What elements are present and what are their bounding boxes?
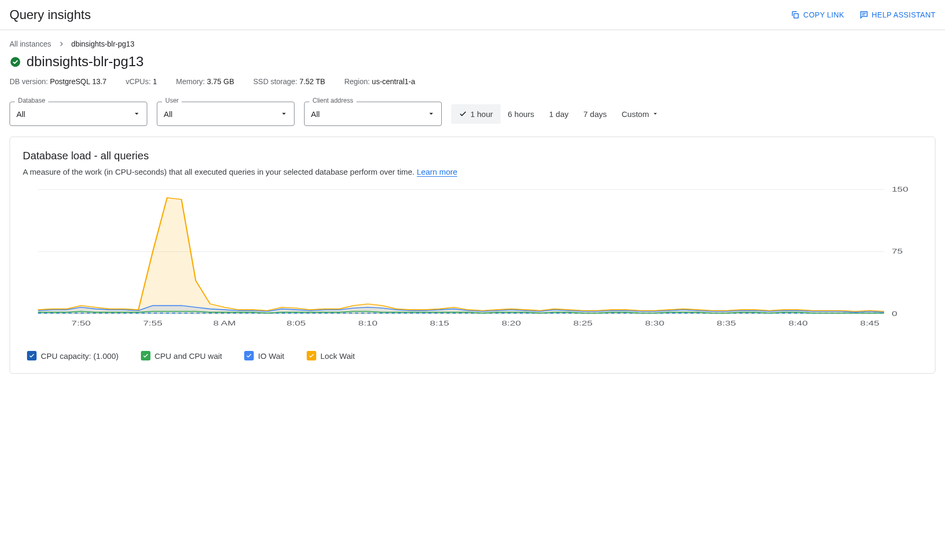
- time-range-6hours[interactable]: 6 hours: [501, 104, 542, 124]
- legend-cpu-capacity[interactable]: CPU capacity: (1.000): [27, 351, 119, 360]
- meta-region-label: Region:: [344, 77, 370, 86]
- load-card: Database load - all queries A measure of…: [10, 137, 935, 374]
- user-select-label: User: [162, 97, 182, 104]
- chevron-right-icon: [58, 40, 65, 48]
- meta-region-value: us-central1-a: [372, 77, 415, 86]
- card-description: A measure of the work (in CPU-seconds) t…: [23, 167, 922, 176]
- meta-memory-label: Memory:: [176, 77, 204, 86]
- load-chart: 0751507:507:558 AM8:058:108:158:208:258:…: [23, 187, 922, 330]
- content: All instances dbinsights-blr-pg13 dbinsi…: [0, 30, 945, 383]
- svg-text:150: 150: [891, 187, 908, 193]
- time-range-1hour[interactable]: 1 hour: [451, 104, 501, 124]
- meta-memory-value: 3.75 GB: [207, 77, 234, 86]
- client-address-select-value: All: [311, 110, 320, 119]
- svg-text:7:55: 7:55: [143, 319, 162, 327]
- meta-db-version-label: DB version:: [10, 77, 48, 86]
- svg-rect-0: [794, 14, 798, 18]
- check-icon: [142, 353, 149, 359]
- time-range-7days-label: 7 days: [583, 110, 607, 119]
- svg-text:8 AM: 8 AM: [213, 319, 236, 327]
- status-running-icon: [10, 56, 21, 68]
- time-range-group: 1 hour 6 hours 1 day 7 days Custom: [451, 104, 666, 124]
- help-assistant-label: HELP ASSISTANT: [872, 11, 935, 19]
- time-range-7days[interactable]: 7 days: [576, 104, 614, 124]
- meta-vcpus-value: 1: [153, 77, 157, 86]
- caret-down-icon: [133, 110, 140, 118]
- svg-text:8:35: 8:35: [717, 319, 736, 327]
- legend-lock-wait-label: Lock Wait: [320, 351, 355, 360]
- time-range-1day[interactable]: 1 day: [542, 104, 576, 124]
- svg-text:75: 75: [891, 247, 903, 255]
- meta-region: Region: us-central1-a: [344, 77, 415, 86]
- database-select-value: All: [16, 110, 25, 119]
- copy-icon: [790, 10, 800, 20]
- copy-link-label: COPY LINK: [803, 11, 844, 19]
- check-icon: [29, 353, 35, 359]
- caret-down-icon: [280, 110, 288, 118]
- legend-swatch-icon: [27, 351, 37, 360]
- client-address-select-label: Client address: [309, 97, 356, 104]
- header-bar: Query insights COPY LINK HELP ASSISTANT: [0, 0, 945, 30]
- header-actions: COPY LINK HELP ASSISTANT: [790, 10, 935, 20]
- legend-cpu-capacity-label: CPU capacity: (1.000): [41, 351, 119, 360]
- meta-storage-value: 7.52 TB: [299, 77, 325, 86]
- user-select[interactable]: All: [157, 102, 295, 126]
- legend-lock-wait[interactable]: Lock Wait: [307, 351, 355, 360]
- meta-vcpus: vCPUs: 1: [126, 77, 157, 86]
- database-select-wrap: Database All: [10, 102, 147, 126]
- legend-cpu-wait-label: CPU and CPU wait: [155, 351, 222, 360]
- svg-text:8:05: 8:05: [287, 319, 306, 327]
- user-select-value: All: [164, 110, 173, 119]
- user-select-wrap: User All: [157, 102, 295, 126]
- svg-text:8:30: 8:30: [645, 319, 664, 327]
- instance-header: dbinsights-blr-pg13: [10, 53, 935, 70]
- meta-storage: SSD storage: 7.52 TB: [253, 77, 325, 86]
- chart-legend: CPU capacity: (1.000) CPU and CPU wait I…: [23, 351, 922, 360]
- time-range-custom-label: Custom: [622, 110, 649, 119]
- check-icon: [459, 110, 467, 118]
- svg-text:8:15: 8:15: [430, 319, 449, 327]
- legend-swatch-icon: [244, 351, 254, 360]
- database-select[interactable]: All: [10, 102, 147, 126]
- meta-db-version-value: PostgreSQL 13.7: [50, 77, 106, 86]
- time-range-custom[interactable]: Custom: [614, 104, 666, 124]
- caret-down-icon: [427, 110, 435, 118]
- svg-text:8:25: 8:25: [573, 319, 592, 327]
- svg-text:0: 0: [891, 310, 897, 318]
- chart-area: 0751507:507:558 AM8:058:108:158:208:258:…: [23, 187, 922, 330]
- help-assistant-button[interactable]: HELP ASSISTANT: [859, 10, 935, 20]
- svg-text:8:40: 8:40: [788, 319, 807, 327]
- meta-storage-label: SSD storage:: [253, 77, 297, 86]
- legend-cpu-wait[interactable]: CPU and CPU wait: [141, 351, 222, 360]
- time-range-6hours-label: 6 hours: [508, 110, 534, 119]
- check-icon: [246, 353, 252, 359]
- page-title: Query insights: [10, 7, 91, 22]
- breadcrumb: All instances dbinsights-blr-pg13: [10, 40, 935, 48]
- copy-link-button[interactable]: COPY LINK: [790, 10, 844, 20]
- svg-text:8:45: 8:45: [860, 319, 879, 327]
- card-description-text: A measure of the work (in CPU-seconds) t…: [23, 167, 417, 176]
- meta-db-version: DB version: PostgreSQL 13.7: [10, 77, 106, 86]
- legend-io-wait-label: IO Wait: [258, 351, 284, 360]
- database-select-label: Database: [15, 97, 48, 104]
- legend-swatch-icon: [141, 351, 150, 360]
- learn-more-link[interactable]: Learn more: [417, 167, 458, 177]
- instance-meta: DB version: PostgreSQL 13.7 vCPUs: 1 Mem…: [10, 77, 935, 86]
- breadcrumb-current: dbinsights-blr-pg13: [72, 40, 135, 48]
- time-range-1hour-label: 1 hour: [470, 110, 493, 119]
- svg-text:8:20: 8:20: [502, 319, 521, 327]
- legend-io-wait[interactable]: IO Wait: [244, 351, 284, 360]
- meta-memory: Memory: 3.75 GB: [176, 77, 234, 86]
- svg-text:7:50: 7:50: [72, 319, 91, 327]
- svg-text:8:10: 8:10: [358, 319, 377, 327]
- breadcrumb-root[interactable]: All instances: [10, 40, 51, 48]
- chat-icon: [859, 10, 869, 20]
- card-title: Database load - all queries: [23, 150, 922, 162]
- controls-row: Database All User All Client address All: [10, 102, 935, 126]
- check-icon: [308, 353, 315, 359]
- legend-swatch-icon: [307, 351, 316, 360]
- instance-name: dbinsights-blr-pg13: [26, 53, 144, 70]
- caret-down-icon: [652, 111, 658, 117]
- meta-vcpus-label: vCPUs:: [126, 77, 150, 86]
- client-address-select[interactable]: All: [304, 102, 442, 126]
